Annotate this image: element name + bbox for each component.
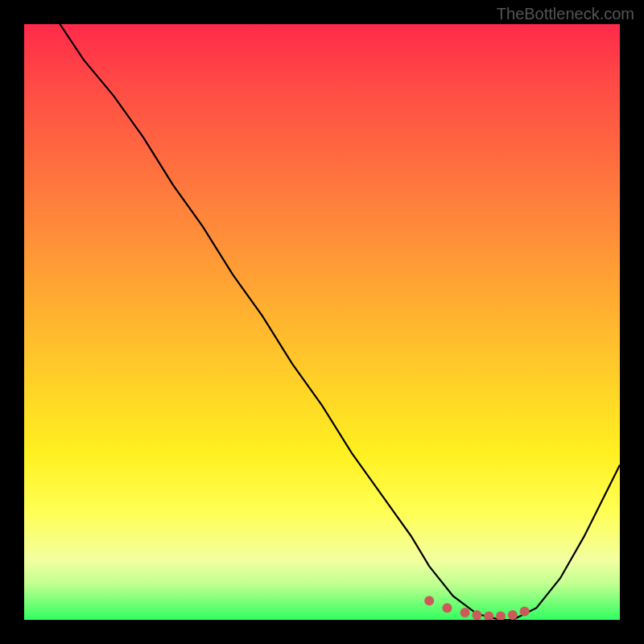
highlight-dot	[424, 596, 434, 605]
optimal-range-dots	[424, 596, 529, 620]
chart-container: TheBottleneck.com	[0, 0, 644, 644]
highlight-dot	[472, 610, 481, 620]
highlight-dot	[496, 612, 506, 620]
plot-area	[24, 24, 620, 620]
highlight-dot	[442, 603, 452, 613]
highlight-dot	[508, 610, 518, 620]
highlight-dot	[460, 608, 470, 617]
highlight-dot	[484, 612, 493, 620]
highlight-dot	[520, 607, 530, 617]
watermark-text: TheBottleneck.com	[497, 5, 634, 23]
bottleneck-curve-path	[60, 24, 620, 620]
chart-svg	[24, 24, 620, 620]
